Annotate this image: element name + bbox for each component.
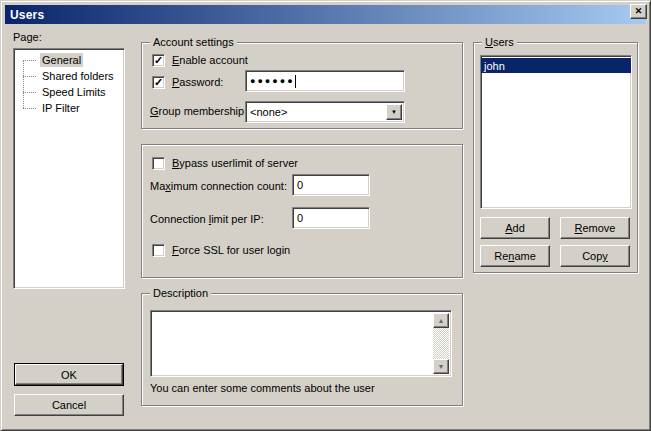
max-connection-value: 0 [297, 179, 303, 191]
group-membership-select[interactable]: <none> ▼ [245, 101, 405, 123]
conn-limit-ip-input[interactable]: 0 [292, 207, 370, 229]
conn-limit-ip-label: Connection limit per IP: [150, 213, 264, 225]
description-group: Description ▲ ▼ You can enter some comme… [141, 293, 463, 406]
copy-button-label: Copy [582, 250, 608, 262]
check-icon: ✓ [154, 55, 163, 65]
users-group: Users john Add Remove Rename Copy [473, 42, 638, 273]
description-title: Description [150, 286, 211, 300]
user-list-item[interactable]: john [481, 58, 631, 73]
tree-connector [23, 92, 36, 93]
enable-account-checkbox[interactable]: ✓ [152, 54, 165, 67]
password-label: Password: [172, 76, 223, 88]
copy-button[interactable]: Copy [560, 245, 630, 267]
connection-limits-group: Bypass userlimit of server Maximum conne… [141, 144, 463, 278]
scroll-down-icon: ▼ [438, 363, 445, 370]
users-group-title: Users [482, 35, 517, 49]
tree-item-label: IP Filter [40, 101, 82, 115]
user-name: john [484, 60, 505, 72]
scrollbar-track[interactable] [433, 328, 449, 359]
group-membership-value: <none> [250, 106, 287, 118]
bypass-userlimit-label: Bypass userlimit of server [172, 157, 298, 169]
bypass-userlimit-checkbox[interactable] [152, 157, 165, 170]
users-dialog: Users ✕ Page: General Shared folders Spe… [0, 0, 651, 431]
remove-button[interactable]: Remove [560, 217, 630, 239]
tree-item-label: Speed Limits [40, 85, 108, 99]
close-icon: ✕ [635, 7, 643, 16]
ok-button-label: OK [61, 369, 77, 381]
conn-limit-ip-value: 0 [297, 212, 303, 224]
close-button[interactable]: ✕ [630, 4, 647, 19]
description-hint: You can enter some comments about the us… [150, 382, 375, 394]
check-icon: ✓ [154, 77, 163, 87]
page-tree[interactable]: General Shared folders Speed Limits IP F… [13, 48, 125, 289]
tree-item-shared-folders[interactable]: Shared folders [14, 68, 124, 84]
password-checkbox[interactable]: ✓ [152, 76, 165, 89]
rename-button-label: Rename [494, 250, 536, 262]
scroll-up-button[interactable]: ▲ [433, 313, 449, 328]
page-label: Page: [13, 31, 42, 43]
enable-account-row: ✓ Enable account [152, 53, 248, 67]
remove-button-label: Remove [575, 222, 616, 234]
force-ssl-checkbox[interactable] [152, 244, 165, 257]
tree-item-label: General [40, 53, 83, 67]
group-membership-label: Group membership: [150, 105, 247, 117]
tree-connector [23, 60, 36, 61]
window-title: Users [10, 8, 44, 22]
max-connection-label: Maximum connection count: [150, 180, 287, 192]
users-listbox[interactable]: john [480, 55, 632, 209]
text-caret [295, 75, 296, 88]
scroll-down-button[interactable]: ▼ [433, 359, 449, 374]
cancel-button-label: Cancel [52, 399, 86, 411]
chevron-down-icon: ▼ [391, 109, 397, 115]
vertical-scrollbar[interactable]: ▲ ▼ [433, 313, 449, 374]
force-ssl-row: Force SSL for user login [152, 243, 290, 257]
account-settings-title: Account settings [150, 35, 237, 49]
rename-button[interactable]: Rename [480, 245, 550, 267]
add-button-label: Add [505, 222, 525, 234]
force-ssl-label: Force SSL for user login [172, 244, 290, 256]
ok-button-rim: OK [14, 363, 124, 386]
bypass-userlimit-row: Bypass userlimit of server [152, 156, 298, 170]
cancel-button[interactable]: Cancel [14, 394, 124, 416]
tree-connector [23, 76, 36, 77]
ok-button[interactable]: OK [15, 364, 123, 385]
tree-item-label: Shared folders [40, 69, 116, 83]
titlebar[interactable]: Users [5, 5, 646, 24]
tree-item-general[interactable]: General [14, 52, 124, 68]
tree-item-speed-limits[interactable]: Speed Limits [14, 84, 124, 100]
max-connection-input[interactable]: 0 [292, 174, 370, 196]
add-button[interactable]: Add [480, 217, 550, 239]
password-value: ●●●●●● [250, 76, 295, 86]
password-input[interactable]: ●●●●●● [245, 70, 405, 92]
password-row: ✓ Password: [152, 75, 223, 89]
enable-account-label: Enable account [172, 54, 248, 66]
account-settings-group: Account settings ✓ Enable account ✓ Pass… [141, 42, 463, 129]
description-textarea[interactable]: ▲ ▼ [150, 310, 452, 377]
scroll-up-icon: ▲ [438, 317, 445, 324]
dropdown-button[interactable]: ▼ [386, 104, 402, 120]
tree-connector [23, 108, 36, 109]
tree-item-ip-filter[interactable]: IP Filter [14, 100, 124, 116]
